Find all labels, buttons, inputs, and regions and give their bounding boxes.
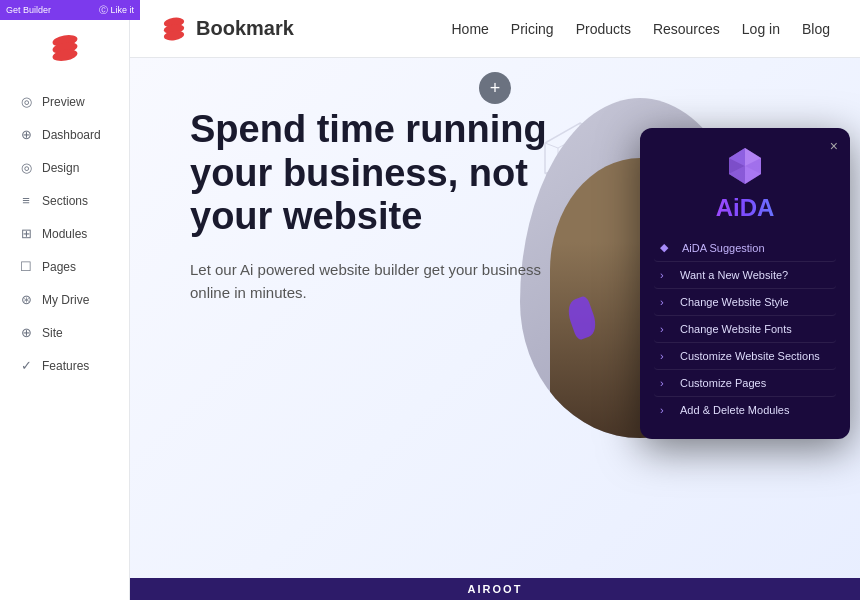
sections-icon: ≡ — [18, 193, 34, 208]
aida-menu-new-website[interactable]: › Want a New Website? — [654, 262, 836, 289]
bottom-bar-label: AIROOT — [468, 583, 523, 595]
hero-content: Spend time running your business, not yo… — [190, 108, 550, 304]
features-icon: ✓ — [18, 358, 34, 373]
sidebar-item-modules-label: Modules — [42, 227, 87, 241]
aida-customize-sections-label: Customize Website Sections — [680, 350, 830, 362]
main-content: Bookmark Home Pricing Products Resources… — [130, 0, 860, 600]
brand-name: Bookmark — [196, 17, 294, 40]
aida-menu-customize-sections[interactable]: › Customize Website Sections — [654, 343, 836, 370]
nav-links: Home Pricing Products Resources Log in B… — [451, 21, 830, 37]
sidebar-item-pages[interactable]: ☐ Pages — [8, 251, 121, 282]
sidebar-item-preview[interactable]: ◎ Preview — [8, 86, 121, 117]
sidebar-item-features[interactable]: ✓ Features — [8, 350, 121, 381]
sidebar: ◎ Preview ⊕ Dashboard ◎ Design ≡ Section… — [0, 0, 130, 600]
brand-logo: Bookmark — [160, 15, 294, 43]
dashboard-icon: ⊕ — [18, 127, 34, 142]
site-icon: ⊕ — [18, 325, 34, 340]
sidebar-item-design-label: Design — [42, 161, 79, 175]
sidebar-nav: ◎ Preview ⊕ Dashboard ◎ Design ≡ Section… — [0, 86, 129, 381]
design-icon: ◎ — [18, 160, 34, 175]
aida-change-fonts-label: Change Website Fonts — [680, 323, 830, 335]
hero-title: Spend time running your business, not yo… — [190, 108, 550, 239]
nav-blog[interactable]: Blog — [802, 21, 830, 37]
aida-add-delete-modules-label: Add & Delete Modules — [680, 404, 830, 416]
aida-menu-suggestion[interactable]: ◆ AiDA Suggestion — [654, 234, 836, 262]
builder-topbar-right[interactable]: Ⓒ Like it — [99, 4, 134, 17]
aida-menu-customize-pages[interactable]: › Customize Pages — [654, 370, 836, 397]
sidebar-item-sections[interactable]: ≡ Sections — [8, 185, 121, 216]
sidebar-item-dashboard-label: Dashboard — [42, 128, 101, 142]
sidebar-item-sections-label: Sections — [42, 194, 88, 208]
hero-subtitle: Let our Ai powered website builder get y… — [190, 259, 550, 304]
arrow-icon-2: › — [660, 323, 672, 335]
sidebar-item-features-label: Features — [42, 359, 89, 373]
builder-topbar-left[interactable]: Get Builder — [6, 5, 51, 15]
aida-menu: ◆ AiDA Suggestion › Want a New Website? … — [654, 234, 836, 423]
aida-gem-icon — [654, 144, 836, 188]
sidebar-logo — [0, 20, 129, 86]
bottom-bar: AIROOT — [130, 578, 860, 600]
aida-close-button[interactable]: × — [830, 138, 838, 154]
aida-customize-pages-label: Customize Pages — [680, 377, 830, 389]
sidebar-item-pages-label: Pages — [42, 260, 76, 274]
aida-change-style-label: Change Website Style — [680, 296, 830, 308]
arrow-icon-4: › — [660, 377, 672, 389]
pages-icon: ☐ — [18, 259, 34, 274]
aida-menu-change-fonts[interactable]: › Change Website Fonts — [654, 316, 836, 343]
arrow-icon-3: › — [660, 350, 672, 362]
modules-icon: ⊞ — [18, 226, 34, 241]
sidebar-item-design[interactable]: ◎ Design — [8, 152, 121, 183]
sidebar-item-my-drive-label: My Drive — [42, 293, 89, 307]
aida-panel: × AiDA — [640, 128, 850, 439]
add-section-button[interactable]: + — [479, 72, 511, 104]
sidebar-item-preview-label: Preview — [42, 95, 85, 109]
nav-resources[interactable]: Resources — [653, 21, 720, 37]
builder-topbar: Get Builder Ⓒ Like it — [0, 0, 140, 20]
nav-login[interactable]: Log in — [742, 21, 780, 37]
preview-icon: ◎ — [18, 94, 34, 109]
preview-navbar: Bookmark Home Pricing Products Resources… — [130, 0, 860, 58]
nav-home[interactable]: Home — [451, 21, 488, 37]
aida-menu-change-style[interactable]: › Change Website Style — [654, 289, 836, 316]
nav-pricing[interactable]: Pricing — [511, 21, 554, 37]
sidebar-item-site[interactable]: ⊕ Site — [8, 317, 121, 348]
sidebar-item-my-drive[interactable]: ⊛ My Drive — [8, 284, 121, 315]
sidebar-item-dashboard[interactable]: ⊕ Dashboard — [8, 119, 121, 150]
aida-title: AiDA — [654, 194, 836, 222]
arrow-icon-5: › — [660, 404, 672, 416]
aida-new-website-label: Want a New Website? — [680, 269, 830, 281]
aida-suggestion-label: AiDA Suggestion — [682, 242, 830, 254]
sidebar-item-modules[interactable]: ⊞ Modules — [8, 218, 121, 249]
arrow-icon-1: › — [660, 296, 672, 308]
arrow-icon-0: › — [660, 269, 672, 281]
sidebar-item-site-label: Site — [42, 326, 63, 340]
suggestion-icon: ◆ — [660, 241, 674, 254]
my-drive-icon: ⊛ — [18, 292, 34, 307]
nav-products[interactable]: Products — [576, 21, 631, 37]
aida-menu-add-delete-modules[interactable]: › Add & Delete Modules — [654, 397, 836, 423]
